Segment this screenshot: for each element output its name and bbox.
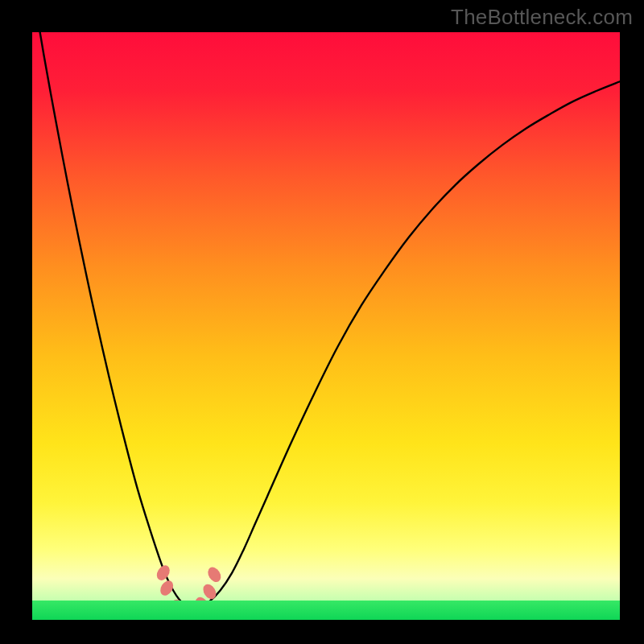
- data-marker: [205, 565, 223, 584]
- marker-layer: [32, 32, 620, 620]
- data-marker: [158, 578, 175, 597]
- chart-frame: TheBottleneck.com: [0, 0, 644, 644]
- watermark-text: TheBottleneck.com: [451, 5, 633, 30]
- green-band: [32, 601, 620, 620]
- data-marker: [155, 563, 172, 582]
- plot-area: [32, 32, 620, 620]
